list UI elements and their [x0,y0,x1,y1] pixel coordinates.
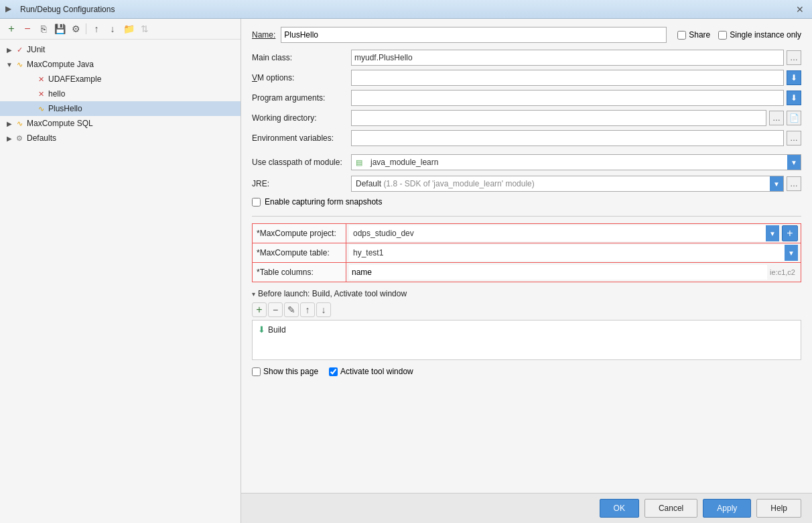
classpath-select[interactable]: ▤ java_module_learn ▼ [351,154,801,170]
jre-select[interactable]: Default (1.8 - SDK of 'java_module_learn… [351,176,784,192]
env-vars-input[interactable] [351,130,784,146]
program-args-input[interactable] [351,90,784,106]
activate-window-option[interactable]: Activate tool window [329,367,413,376]
help-button[interactable]: Help [756,499,801,518]
launch-down-button[interactable]: ↓ [316,302,331,317]
mc-project-label: *MaxCompute project: [253,224,346,243]
copy-configuration-button[interactable]: ⎘ [36,21,51,36]
before-launch-label: Before launch: Build, Activate tool wind… [258,289,407,298]
classpath-value: java_module_learn [366,158,787,167]
mc-table-dropdown-arrow[interactable]: ▼ [785,245,798,261]
env-vars-row: … [351,130,801,146]
share-label: Share [689,30,710,40]
mc-project-dropdown-arrow[interactable]: ▼ [766,225,779,241]
vm-label-text: V [252,73,257,82]
activate-window-checkbox[interactable] [329,367,338,376]
launch-edit-button[interactable]: ✎ [284,302,299,317]
sort-button[interactable]: ⇅ [137,21,152,36]
settings-button[interactable]: ⚙ [68,21,83,36]
tree-label-udaf: UDAFExample [48,74,101,84]
before-launch-collapse-arrow[interactable]: ▾ [252,290,255,298]
launch-add-button[interactable]: + [252,302,267,317]
tree-label-plushello: PlusHello [48,104,82,113]
main-container: + − ⎘ 💾 ⚙ ↑ ↓ 📁 ⇅ ▶ ✓ JUnit ▼ ∿ MaxCompu… [0,19,812,523]
add-configuration-button[interactable]: + [4,21,19,36]
name-input[interactable] [281,27,667,43]
tree-item-udaf[interactable]: ▶ ✕ UDAFExample [0,72,241,86]
program-args-expand-button[interactable]: ⬇ [787,91,801,105]
close-button[interactable]: ✕ [793,3,807,16]
program-args-label: Program arguments: [252,90,346,106]
configuration-tree: ▶ ✓ JUnit ▼ ∿ MaxCompute Java ▶ ✕ UDAFEx… [0,40,241,523]
save-configuration-button[interactable]: 💾 [52,21,67,36]
vm-options-row: ⬇ [351,70,801,86]
footer-options: Show this page Activate tool window [252,367,801,376]
program-args-row: ⬇ [351,90,801,106]
jre-dropdown-arrow[interactable]: ▼ [770,176,783,191]
mc-table-select[interactable]: hy_test1 ▼ [349,245,798,261]
main-class-input[interactable] [351,50,784,66]
module-icon: ▤ [354,158,364,167]
jre-text: Default (1.8 - SDK of 'java_module_learn… [352,179,770,188]
remove-configuration-button[interactable]: − [20,21,35,36]
share-checkbox[interactable] [677,31,686,40]
spacer-hello: ▶ [27,90,35,98]
apply-button[interactable]: Apply [703,499,751,518]
vm-options-label: VM options: [252,70,346,86]
working-dir-icon-button[interactable]: 📄 [787,111,801,125]
single-instance-option[interactable]: Single instance only [718,30,801,40]
working-dir-input[interactable] [351,110,766,126]
working-dir-label: Working directory: [252,110,346,126]
tree-item-mcsql[interactable]: ▶ ∿ MaxCompute SQL [0,116,241,131]
jre-label: JRE: [252,176,346,192]
mcsql-icon: ∿ [15,119,24,128]
mc-project-value: odps_studio_dev [349,229,766,238]
mc-columns-input[interactable] [349,265,767,280]
tree-item-maxcompute-java[interactable]: ▼ ∿ MaxCompute Java [0,57,241,72]
move-up-button[interactable]: ↑ [89,21,104,36]
tree-arrow-mcjava: ▼ [5,60,13,68]
env-vars-browse-button[interactable]: … [787,131,801,146]
single-instance-checkbox[interactable] [718,31,727,40]
move-to-folder-button[interactable]: 📁 [121,21,136,36]
right-container: Name: Share Single instance only Main c [241,19,812,523]
mc-table-row: *MaxCompute table: hy_test1 ▼ [253,243,801,263]
ok-button[interactable]: OK [600,499,639,518]
show-page-label: Show this page [263,367,318,376]
share-option[interactable]: Share [677,30,710,40]
activate-window-label: Activate tool window [340,367,413,376]
mc-project-add-button[interactable]: + [782,225,798,241]
vm-options-expand-button[interactable]: ⬇ [787,70,801,85]
classpath-row: Use classpath of module: ▤ java_module_l… [252,154,801,170]
main-class-browse-button[interactable]: … [787,50,801,65]
launch-remove-button[interactable]: − [268,302,283,317]
jre-row: JRE: Default (1.8 - SDK of 'java_module_… [252,176,801,192]
classpath-dropdown-arrow[interactable]: ▼ [787,155,801,170]
mc-project-select[interactable]: odps_studio_dev ▼ [349,225,779,241]
mc-project-row: *MaxCompute project: odps_studio_dev ▼ + [253,224,801,243]
tree-label-mcjava: MaxCompute Java [27,60,94,69]
move-down-button[interactable]: ↓ [105,21,120,36]
mc-table-value: hy_test1 [349,248,785,257]
tree-item-defaults[interactable]: ▶ ⚙ Defaults [0,131,241,146]
junit-icon: ✓ [15,45,24,54]
capture-checkbox[interactable] [252,198,261,207]
jre-default: Default [356,179,381,188]
launch-item-build[interactable]: ⬇ Build [255,323,798,336]
defaults-settings-icon: ⚙ [15,133,24,143]
single-instance-label: Single instance only [730,30,801,40]
working-dir-browse-button[interactable]: … [769,111,784,125]
plushello-run-icon: ∿ [36,104,46,113]
tree-item-hello[interactable]: ▶ ✕ hello [0,86,241,101]
show-page-option[interactable]: Show this page [252,367,318,376]
launch-up-button[interactable]: ↑ [300,302,315,317]
cancel-button[interactable]: Cancel [645,499,697,518]
main-class-label: Main class: [252,50,346,66]
show-page-checkbox[interactable] [252,367,261,376]
tree-item-plushello[interactable]: ▶ ∿ PlusHello [0,101,241,116]
tree-item-junit[interactable]: ▶ ✓ JUnit [0,42,241,57]
tree-arrow-mcsql: ▶ [5,119,13,127]
jre-browse-button[interactable]: … [787,176,801,191]
vm-options-input[interactable] [351,70,784,86]
env-vars-label: Environment variables: [252,130,346,146]
